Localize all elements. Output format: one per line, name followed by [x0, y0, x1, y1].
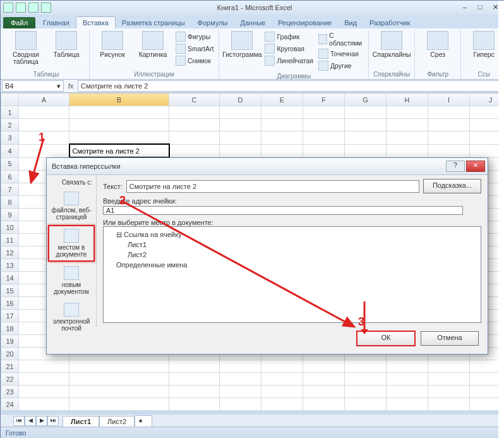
cell-b4[interactable]: Смотрите на листе 2 [69, 144, 169, 157]
tab-view[interactable]: Вид [338, 17, 363, 28]
redo-icon[interactable] [41, 3, 51, 13]
tab-dev[interactable]: Разработчик [363, 17, 416, 28]
cell[interactable] [220, 119, 261, 131]
col-header[interactable]: E [261, 94, 303, 106]
col-header[interactable]: C [169, 94, 220, 106]
save-icon[interactable] [16, 3, 26, 13]
cell[interactable] [303, 398, 345, 411]
cell[interactable] [220, 131, 261, 145]
cell[interactable] [169, 144, 220, 157]
cell[interactable] [428, 106, 470, 119]
minimize-button[interactable]: – [458, 3, 472, 12]
sheet-nav-next[interactable]: ▶ [36, 416, 47, 426]
tab-review[interactable]: Рецензирование [272, 17, 338, 28]
cell[interactable] [387, 360, 428, 373]
ok-button[interactable]: ОК [356, 331, 416, 346]
cell[interactable] [345, 131, 387, 145]
screenshot-button[interactable]: Снимок [174, 55, 215, 66]
cell[interactable] [169, 131, 220, 145]
cell[interactable] [19, 398, 69, 411]
tree-sheet1[interactable]: Лист1 [107, 240, 477, 250]
link-to-place-button[interactable]: местом в документе [48, 225, 95, 262]
smartart-button[interactable]: SmartArt [174, 43, 215, 54]
row-header[interactable]: 12 [1, 246, 19, 259]
other-chart-button[interactable]: Другие [317, 60, 364, 71]
tab-file[interactable]: Файл [3, 17, 35, 28]
cell[interactable] [303, 119, 345, 131]
cell[interactable] [428, 144, 470, 157]
row-header[interactable]: 15 [1, 284, 19, 297]
col-header[interactable]: H [387, 94, 428, 106]
cell[interactable] [69, 360, 169, 373]
row-header[interactable]: 21 [1, 360, 19, 373]
place-tree[interactable]: ⊟ Ссылка на ячейку Лист1 Лист2 Определен… [103, 226, 481, 323]
sheet-nav-first[interactable]: ⏮ [13, 416, 25, 426]
row-header[interactable]: 11 [1, 234, 19, 246]
dialog-titlebar[interactable]: Вставка гиперссылки ? ✕ [47, 158, 488, 175]
cell[interactable] [261, 119, 303, 131]
pivot-table-button[interactable]: Сводная таблица [7, 31, 45, 65]
cell[interactable] [261, 398, 303, 411]
cell[interactable] [428, 360, 470, 373]
maximize-button[interactable]: □ [473, 3, 487, 12]
cell-address-input[interactable]: A1 [103, 206, 463, 215]
cell[interactable] [387, 386, 428, 398]
cell[interactable] [169, 119, 220, 131]
cell[interactable] [303, 386, 345, 398]
cell[interactable] [303, 373, 345, 386]
name-box[interactable]: B4▾ [2, 80, 64, 92]
cell[interactable] [261, 144, 303, 157]
col-header[interactable]: F [303, 94, 345, 106]
cell[interactable] [303, 131, 345, 145]
row-header[interactable]: 10 [1, 221, 19, 234]
link-to-newdoc-button[interactable]: новым документом [48, 263, 95, 298]
sheet-tab-1[interactable]: Лист1 [63, 416, 99, 427]
row-header[interactable]: 20 [1, 348, 19, 360]
cell[interactable] [387, 373, 428, 386]
tab-data[interactable]: Данные [234, 17, 272, 28]
cell[interactable] [169, 360, 220, 373]
cell[interactable] [19, 386, 69, 398]
dialog-help-button[interactable]: ? [446, 161, 465, 172]
cell[interactable] [345, 360, 387, 373]
cell[interactable] [261, 386, 303, 398]
cell[interactable] [169, 373, 220, 386]
link-to-file-button[interactable]: файлом, веб-страницей [48, 188, 95, 224]
cell[interactable] [345, 144, 387, 157]
row-header[interactable]: 2 [1, 119, 19, 131]
new-sheet-button[interactable]: ✦ [135, 415, 152, 427]
link-to-email-button[interactable]: электронной почтой [48, 300, 95, 335]
area-chart-button[interactable]: С областями [317, 31, 364, 47]
row-header[interactable]: 9 [1, 209, 19, 221]
picture-button[interactable]: Рисунок [93, 31, 131, 58]
cell[interactable] [345, 386, 387, 398]
cell[interactable] [345, 106, 387, 119]
cell[interactable] [428, 131, 470, 145]
cell[interactable] [303, 106, 345, 119]
col-header[interactable]: A [19, 94, 69, 106]
row-header[interactable]: 4 [1, 144, 19, 157]
hyperlink-button[interactable]: Гиперс [465, 31, 503, 58]
cell[interactable] [69, 106, 169, 119]
cell[interactable] [261, 131, 303, 145]
cell[interactable] [220, 386, 261, 398]
row-header[interactable]: 13 [1, 259, 19, 272]
text-input[interactable]: Смотрите на листе 2 [126, 180, 419, 193]
chevron-down-icon[interactable]: ▾ [57, 82, 61, 90]
row-header[interactable]: 5 [1, 157, 19, 171]
row-header[interactable]: 19 [1, 335, 19, 348]
cell[interactable] [220, 360, 261, 373]
row-header[interactable]: 6 [1, 171, 19, 183]
cell[interactable] [387, 398, 428, 411]
cell[interactable] [169, 386, 220, 398]
row-header[interactable]: 17 [1, 310, 19, 322]
tab-insert[interactable]: Вставка [76, 16, 116, 28]
cell[interactable] [345, 398, 387, 411]
formula-input[interactable]: Смотрите на листе 2 [78, 80, 503, 92]
table-button[interactable]: Таблица [47, 31, 85, 58]
dialog-close-button[interactable]: ✕ [466, 161, 485, 172]
row-header[interactable]: 24 [1, 398, 19, 411]
row-header[interactable]: 1 [1, 106, 19, 119]
slicer-button[interactable]: Срез [419, 31, 457, 58]
undo-icon[interactable] [28, 3, 39, 13]
